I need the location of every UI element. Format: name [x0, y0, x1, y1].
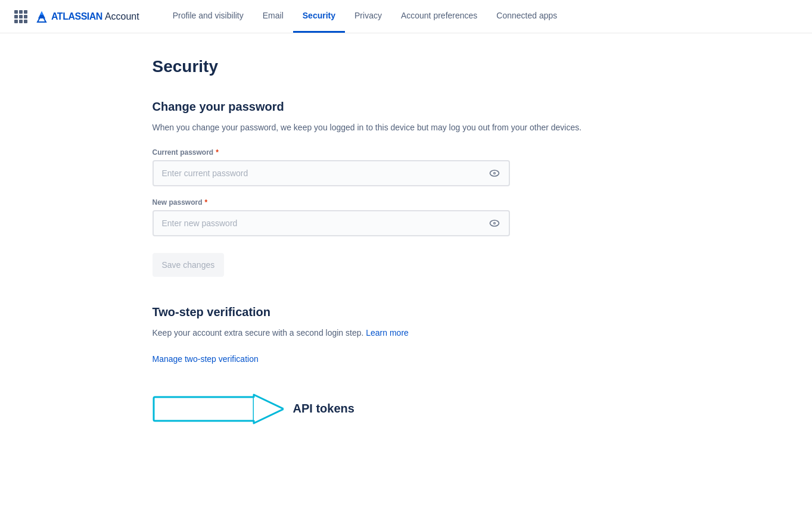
- logo-link[interactable]: ATLASSIAN Account: [14, 10, 139, 24]
- nav-item-email[interactable]: Email: [253, 0, 293, 33]
- two-step-description: Keep your account extra secure with a se…: [153, 326, 641, 339]
- brand-name: ATLASSIAN: [51, 11, 102, 22]
- svg-rect-6: [154, 397, 255, 421]
- atlassian-logo: ATLASSIAN Account: [35, 10, 139, 24]
- current-password-group: Current password *: [153, 148, 660, 186]
- new-password-input[interactable]: [153, 210, 510, 236]
- new-password-wrapper: [153, 210, 510, 236]
- change-password-description: When you change your password, we keep y…: [153, 121, 641, 134]
- required-star: *: [216, 148, 219, 157]
- nav-item-security[interactable]: Security: [293, 0, 345, 33]
- two-step-section: Two-step verification Keep your account …: [153, 305, 660, 363]
- current-password-input[interactable]: [153, 160, 510, 186]
- api-tokens-section: API tokens: [153, 392, 660, 426]
- atlassian-logo-icon: [35, 10, 49, 24]
- toggle-new-password-button[interactable]: [486, 215, 503, 232]
- toggle-current-password-button[interactable]: [486, 165, 503, 182]
- svg-point-2: [494, 173, 495, 174]
- api-tokens-title: API tokens: [293, 402, 354, 415]
- required-star-new: *: [205, 198, 208, 207]
- manage-two-step-link[interactable]: Manage two-step verification: [153, 354, 660, 364]
- save-changes-button[interactable]: Save changes: [153, 253, 225, 277]
- nav-item-privacy[interactable]: Privacy: [345, 0, 391, 33]
- app-name: Account: [105, 11, 139, 22]
- new-password-label: New password *: [153, 198, 660, 207]
- svg-point-5: [494, 223, 495, 224]
- nav-item-profile[interactable]: Profile and visibility: [163, 0, 253, 33]
- svg-marker-7: [254, 395, 284, 423]
- main-content: Security Change your password When you c…: [138, 33, 674, 449]
- page-title: Security: [153, 57, 660, 76]
- learn-more-link[interactable]: Learn more: [366, 328, 409, 338]
- eye-icon-new: [489, 217, 500, 229]
- current-password-wrapper: [153, 160, 510, 186]
- nav-item-account-preferences[interactable]: Account preferences: [391, 0, 487, 33]
- nav-item-connected-apps[interactable]: Connected apps: [487, 0, 567, 33]
- grid-icon: [14, 10, 27, 23]
- two-step-title: Two-step verification: [153, 305, 660, 319]
- new-password-group: New password *: [153, 198, 660, 236]
- arrow-container: [153, 392, 284, 426]
- arrow-graphic: [153, 392, 284, 426]
- eye-icon: [489, 167, 500, 179]
- main-nav: Profile and visibility Email Security Pr…: [163, 0, 567, 33]
- change-password-section: Change your password When you change you…: [153, 100, 660, 277]
- header: ATLASSIAN Account Profile and visibility…: [0, 0, 812, 33]
- current-password-label: Current password *: [153, 148, 660, 157]
- change-password-title: Change your password: [153, 100, 660, 114]
